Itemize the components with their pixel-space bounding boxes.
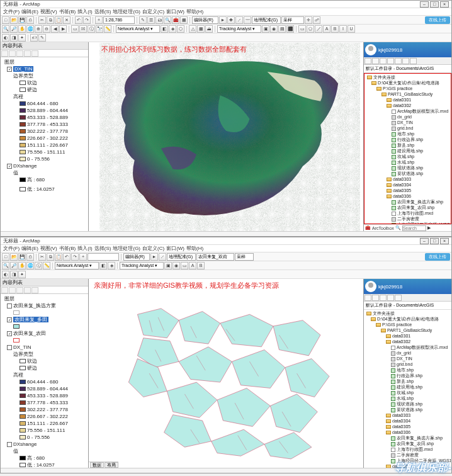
cxshp-file[interactable]: 坎城.shp (397, 154, 414, 159)
minimize-button[interactable]: – (420, 1, 429, 8)
catalog-up-icon-b[interactable] (372, 295, 379, 301)
pan-icon-b[interactable]: ✋ (18, 262, 26, 269)
toolbox-icon[interactable]: 🧰 (172, 16, 179, 24)
toc-list-by-source-icon[interactable] (9, 50, 16, 57)
tin-icon[interactable]: △ (189, 25, 196, 33)
layer-dx-tin[interactable]: DX_TIN (13, 66, 33, 72)
jzshp-file[interactable]: 建设用地.shp (397, 149, 423, 153)
dxtin-checkbox-b[interactable] (7, 345, 12, 350)
toc-list-by-visibility-icon-b[interactable] (16, 287, 23, 293)
catalog-home-icon[interactable] (364, 58, 371, 64)
sketch-icon[interactable]: ⟋ (235, 16, 243, 24)
prev-extent-icon[interactable]: ◀ (51, 25, 59, 33)
draw-line-icon[interactable]: ／ (315, 25, 322, 33)
layer-farm-multi[interactable]: 农田来复_多田 (13, 317, 48, 322)
zoom-in-icon-b[interactable]: 🔍 (2, 262, 9, 269)
open-icon[interactable]: 📂 (10, 16, 18, 24)
menu-geoproc[interactable]: 地理处理(G) (113, 8, 140, 15)
catalog-options-icon-b[interactable] (395, 295, 402, 301)
menu-help-b[interactable]: 帮助(H) (186, 245, 203, 252)
toc-list-by-drawing-icon[interactable] (1, 50, 8, 57)
farm-tian-checkbox[interactable]: ✓ (7, 331, 12, 336)
ta-1-b[interactable]: ▣ (164, 262, 172, 269)
catalog-refresh-icon-b[interactable] (387, 295, 394, 301)
dishp-file[interactable]: 地市.shp (397, 132, 414, 136)
menu-help[interactable]: 帮助(H) (186, 8, 203, 15)
draw-poly-icon[interactable]: ⬠ (307, 25, 314, 33)
na-icon-2[interactable]: ◈ (169, 25, 176, 33)
menu-view[interactable]: 视图(V) (40, 8, 57, 15)
menu-customize[interactable]: 自定义(C) (142, 8, 164, 15)
layer-sample-combo[interactable]: 采样 (281, 16, 304, 24)
new-icon[interactable]: □ (2, 16, 9, 24)
python-icon[interactable]: ▦ (180, 16, 188, 24)
search-tool-icon[interactable]: 🔍 (164, 16, 171, 24)
dxgrid-file[interactable]: dx_grid (397, 115, 412, 119)
layer-farm-swap[interactable]: 农田来复_换选方案 (13, 303, 56, 309)
find-icon[interactable]: 🔭 (96, 25, 103, 33)
scale-combo[interactable]: 1:28,786 (103, 16, 135, 24)
cut-icon[interactable]: ✂ (38, 16, 46, 24)
edit-tool-icon[interactable]: ► (219, 16, 227, 24)
terrain-icon[interactable]: ⛰ (205, 25, 213, 33)
identify-icon[interactable]: ⓘ (88, 25, 95, 33)
layers-root-node[interactable]: 图层 (4, 59, 14, 65)
next-extent-icon[interactable]: ▶ (59, 25, 67, 33)
sxshp-file[interactable]: 水域.shp (397, 160, 414, 164)
link-icon[interactable]: ☍ (313, 16, 320, 24)
na-2-b[interactable]: ◈ (108, 262, 115, 269)
menu-insert[interactable]: 插入(I) (77, 8, 93, 15)
edit-tool-icon-b[interactable]: ► (150, 253, 158, 261)
edit-vertex-icon[interactable]: ✚ (227, 16, 235, 24)
underline-icon[interactable]: U (347, 25, 355, 33)
select-features-icon[interactable]: ▭ (71, 25, 79, 33)
root-folder[interactable]: D:\04重大复试\作品集\松电道路 (378, 81, 439, 85)
paste-icon-b[interactable]: 📋 (55, 253, 62, 261)
catalog-refresh-icon[interactable] (395, 58, 402, 64)
draw-rect-icon-b[interactable]: ▭ (181, 262, 188, 269)
catalog-icon[interactable]: 🗂 (155, 16, 163, 24)
add-data-icon-b[interactable]: + (79, 253, 87, 261)
full-extent-icon-b[interactable]: 🌐 (26, 262, 34, 269)
gridbnd-file[interactable]: grid.bnd (397, 126, 413, 130)
sketch-icon-b[interactable]: ⟋ (159, 253, 166, 261)
catalog-toggle-icon[interactable] (402, 58, 409, 64)
save-icon-b[interactable]: 💾 (18, 253, 26, 261)
effects-icon-b[interactable]: ◐ (2, 271, 9, 278)
wxshp-file[interactable]: 要状道路.shp (397, 171, 423, 176)
folder-connections[interactable]: 文件夹连接 (373, 75, 395, 79)
print-icon-b[interactable]: ⎙ (26, 253, 34, 261)
layer-combo-b[interactable]: 农田来复_双荷 (196, 253, 234, 261)
georef-combo[interactable]: 地理配准(G) ▾ (252, 16, 281, 24)
undo-icon[interactable]: ↶ (75, 16, 82, 24)
bold-icon-b[interactable]: B (197, 262, 205, 269)
xzshp-file[interactable]: 行政边界.shp (397, 137, 423, 142)
farm-swap-file[interactable]: 农田来复_换选方案.shp (397, 200, 443, 204)
cut-icon-b[interactable]: ✂ (38, 253, 46, 261)
cloud-upload-button[interactable]: 在线上传 (425, 16, 450, 24)
bold-icon[interactable]: B (331, 25, 339, 33)
search-icon[interactable]: 🔍 (395, 225, 401, 230)
catalog-connect-icon[interactable] (380, 58, 387, 64)
menu-bookmark[interactable]: 书签(B) (59, 8, 76, 15)
swipe-icon-b[interactable]: ◨ (10, 271, 18, 278)
paste-icon[interactable]: 📋 (55, 16, 62, 24)
part1-folder[interactable]: PART1_GisBasicStudy (388, 92, 432, 96)
catalog-up-icon[interactable] (372, 58, 379, 64)
save-icon[interactable]: 💾 (18, 16, 26, 24)
layer-farm-tian[interactable]: 农田来复_农田 (13, 331, 46, 336)
menu-edit-b[interactable]: 编辑(E) (21, 245, 38, 252)
dxtin-file[interactable]: DX_TIN (397, 120, 413, 125)
farm-tian-file[interactable]: 农田来复_农田.shp (397, 205, 434, 210)
zoom-in-icon[interactable]: 🔍 (2, 25, 9, 33)
ta-2-b[interactable]: ◉ (172, 262, 180, 269)
menu-geoproc-b[interactable]: 地理处理(G) (113, 245, 140, 252)
text-icon-b[interactable]: A (189, 262, 196, 269)
menu-bookmark-b[interactable]: 书签(B) (59, 245, 76, 252)
na-icon-1[interactable]: ◧ (161, 25, 168, 33)
redo-icon-b[interactable]: ↷ (71, 253, 79, 261)
d0302-folder[interactable]: data0302 (393, 103, 411, 108)
menu-edit[interactable]: 编辑(E) (21, 8, 38, 15)
editor-combo-b[interactable]: 编辑器(R) ▾ (123, 253, 150, 261)
identify-icon-b[interactable]: ⓘ (35, 262, 42, 269)
